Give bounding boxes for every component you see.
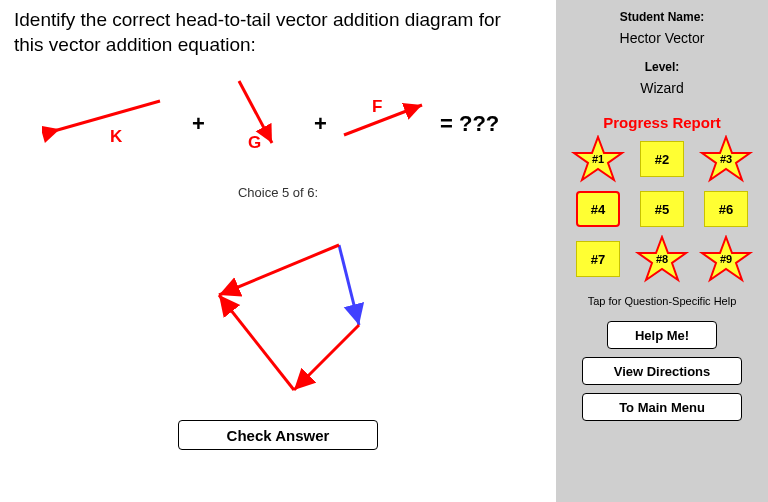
plus-2: + bbox=[314, 111, 327, 137]
vector-k-label: K bbox=[110, 127, 122, 147]
progress-title: Progress Report bbox=[566, 114, 758, 131]
main-area: Identify the correct head-to-tail vector… bbox=[0, 0, 556, 502]
equation-area: K + G + F = ??? bbox=[14, 65, 542, 175]
progress-cell-4[interactable]: #4 bbox=[576, 191, 620, 227]
level-value: Wizard bbox=[566, 80, 758, 96]
level-label: Level: bbox=[566, 60, 758, 74]
help-hint: Tap for Question-Specific Help bbox=[566, 295, 758, 307]
student-name-label: Student Name: bbox=[566, 10, 758, 24]
progress-cell-label: #6 bbox=[719, 202, 733, 217]
diagram-svg bbox=[94, 210, 494, 410]
progress-cell-6[interactable]: #6 bbox=[704, 191, 748, 227]
progress-cell-label: #2 bbox=[655, 152, 669, 167]
main-menu-button[interactable]: To Main Menu bbox=[582, 393, 742, 421]
student-name-value: Hector Vector bbox=[566, 30, 758, 46]
progress-cell-2[interactable]: #2 bbox=[640, 141, 684, 177]
progress-cell-5[interactable]: #5 bbox=[640, 191, 684, 227]
progress-cell-7[interactable]: #7 bbox=[576, 241, 620, 277]
sidebar: Student Name: Hector Vector Level: Wizar… bbox=[556, 0, 768, 502]
question-prompt: Identify the correct head-to-tail vector… bbox=[14, 8, 534, 57]
view-directions-button[interactable]: View Directions bbox=[582, 357, 742, 385]
progress-cell-label: #8 bbox=[656, 253, 668, 265]
progress-cell-1[interactable]: #1 bbox=[576, 141, 620, 177]
progress-cell-label: #4 bbox=[591, 202, 605, 217]
vector-f-label: F bbox=[372, 97, 382, 117]
progress-cell-label: #1 bbox=[592, 153, 604, 165]
progress-grid: #1#2#3#4#5#6#7#8#9 bbox=[566, 141, 758, 277]
progress-cell-label: #3 bbox=[720, 153, 732, 165]
svg-line-2 bbox=[344, 105, 422, 135]
choice-counter: Choice 5 of 6: bbox=[14, 185, 542, 200]
vector-f-icon bbox=[336, 93, 436, 153]
progress-cell-label: #7 bbox=[591, 252, 605, 267]
vector-g-label: G bbox=[248, 133, 261, 153]
progress-cell-9[interactable]: #9 bbox=[704, 241, 748, 277]
equals-text: = ??? bbox=[440, 111, 499, 137]
check-answer-button[interactable]: Check Answer bbox=[178, 420, 378, 450]
progress-cell-label: #5 bbox=[655, 202, 669, 217]
progress-cell-label: #9 bbox=[720, 253, 732, 265]
svg-line-6 bbox=[219, 245, 339, 295]
choice-diagram[interactable] bbox=[14, 210, 542, 410]
plus-1: + bbox=[192, 111, 205, 137]
vector-k-icon bbox=[42, 93, 172, 153]
svg-line-4 bbox=[294, 325, 359, 390]
svg-line-5 bbox=[219, 295, 294, 390]
help-button[interactable]: Help Me! bbox=[607, 321, 717, 349]
svg-line-0 bbox=[54, 101, 160, 131]
progress-cell-8[interactable]: #8 bbox=[640, 241, 684, 277]
progress-cell-3[interactable]: #3 bbox=[704, 141, 748, 177]
svg-line-3 bbox=[339, 245, 359, 325]
